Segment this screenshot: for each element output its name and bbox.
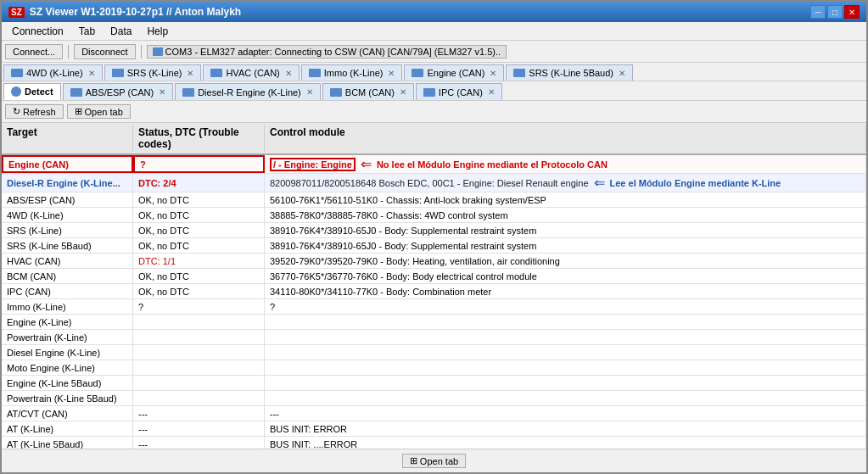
close-button[interactable]: ✕: [844, 5, 860, 19]
cell-target: Powertrain (K-Line): [2, 330, 133, 344]
table-row[interactable]: Powertrain (K-Line): [2, 330, 866, 345]
tabs-row2: Detect ABS/ESP (CAN) ✕ Diesel-R Engine (…: [2, 81, 866, 101]
table-row[interactable]: Diesel-R Engine (K-Line...DTC: 2/4820098…: [2, 174, 866, 192]
tab-engine-can-icon: [412, 69, 423, 77]
tab-diesel-r[interactable]: Diesel-R Engine (K-Line) ✕: [175, 83, 321, 100]
cell-target: Diesel Engine (K-Line): [2, 345, 133, 360]
tab-srs-kline[interactable]: SRS (K-Line) ✕: [104, 64, 202, 81]
title-bar: SZ SZ Viewer W1-2019-10-27p1 // Anton Ma…: [2, 2, 866, 22]
tab-abs[interactable]: ABS/ESP (CAN) ✕: [63, 83, 174, 100]
menu-tab[interactable]: Tab: [72, 24, 102, 39]
table-row[interactable]: SRS (K-Line)OK, no DTC38910-76K4*/38910-…: [2, 223, 866, 238]
cell-module: [265, 315, 866, 329]
cell-module: ---: [265, 406, 866, 421]
tab-immo[interactable]: Immo (K-Line) ✕: [301, 64, 403, 81]
table-row[interactable]: AT (K-Line 5Baud)---BUS INIT: ....ERROR: [2, 437, 866, 449]
table-row[interactable]: AT (K-Line)---BUS INIT: ERROR: [2, 421, 866, 437]
red-arrow-icon: ⇐: [361, 156, 372, 172]
app-logo: SZ: [8, 7, 25, 18]
tab-abs-close[interactable]: ✕: [159, 87, 165, 97]
action-bar: ↻ Refresh ⊞ Open tab: [2, 101, 866, 123]
table-row[interactable]: BCM (CAN)OK, no DTC36770-76K5*/36770-76K…: [2, 269, 866, 284]
open-tab-button-top[interactable]: ⊞ Open tab: [67, 104, 131, 119]
header-status: Status, DTC (Trouble codes): [133, 125, 265, 152]
tab-4wd-close[interactable]: ✕: [88, 69, 95, 78]
cell-status: OK, no DTC: [133, 223, 265, 237]
minimize-button[interactable]: ─: [810, 5, 826, 19]
table-row[interactable]: Moto Engine (K-Line): [2, 360, 866, 376]
table-row[interactable]: Powertrain (K-Line 5Baud): [2, 391, 866, 406]
cell-status: [133, 345, 265, 360]
tab-engine-can[interactable]: Engine (CAN) ✕: [404, 64, 504, 81]
cell-target: Powertrain (K-Line 5Baud): [2, 391, 133, 405]
connect-button[interactable]: Connect...: [5, 44, 63, 59]
table-row[interactable]: ABS/ESP (CAN)OK, no DTC56100-76K1*/56110…: [2, 192, 866, 208]
cell-module: BUS INIT: ERROR: [265, 421, 866, 436]
tab-bcm[interactable]: BCM (CAN) ✕: [322, 83, 414, 100]
table-row[interactable]: Engine (K-Line 5Baud): [2, 376, 866, 391]
annotation-text-blue: Lee el Módulo Engine mediante K-Line: [610, 178, 781, 188]
table-row[interactable]: Engine (CAN)?/ - Engine: Engine⇐No lee e…: [2, 155, 866, 174]
data-table: Target Status, DTC (Trouble codes) Contr…: [2, 123, 866, 449]
cell-status: [133, 391, 265, 405]
tab-srs-5baud[interactable]: SRS (K-Line 5Baud) ✕: [506, 64, 633, 81]
cell-module: ?: [265, 299, 866, 314]
cell-status: OK, no DTC: [133, 208, 265, 222]
tab-detect[interactable]: Detect: [3, 83, 61, 100]
table-header: Target Status, DTC (Trouble codes) Contr…: [2, 123, 866, 155]
tab-hvac-close[interactable]: ✕: [285, 69, 292, 78]
cell-target: ABS/ESP (CAN): [2, 192, 133, 207]
tab-diesel-r-close[interactable]: ✕: [306, 87, 313, 97]
cell-status: OK, no DTC: [133, 192, 265, 207]
tab-bcm-close[interactable]: ✕: [400, 87, 406, 97]
tab-immo-close[interactable]: ✕: [388, 69, 395, 78]
disconnect-button[interactable]: Disconnect: [74, 44, 135, 59]
tab-engine-can-close[interactable]: ✕: [490, 69, 496, 78]
cell-module: [265, 376, 866, 390]
module-text: / - Engine: Engine: [270, 158, 356, 171]
maximize-button[interactable]: □: [827, 5, 843, 19]
cell-target: SRS (K-Line 5Baud): [2, 238, 133, 253]
tab-bcm-icon: [330, 88, 342, 97]
cell-status: [133, 360, 265, 375]
tab-ipc[interactable]: IPC (CAN) ✕: [416, 83, 502, 100]
cell-module: 36770-76K5*/36770-76K0 - Body: Body elec…: [265, 269, 866, 283]
menu-help[interactable]: Help: [140, 24, 175, 39]
tab-srs-kline-close[interactable]: ✕: [187, 69, 193, 78]
cell-status: [133, 315, 265, 329]
table-row[interactable]: Engine (K-Line): [2, 315, 866, 330]
table-row[interactable]: IPC (CAN)OK, no DTC34110-80K0*/34110-77K…: [2, 284, 866, 299]
cell-target: AT (K-Line 5Baud): [2, 437, 133, 449]
open-tab-icon-bottom: ⊞: [410, 455, 417, 466]
toolbar-separator: [68, 45, 69, 59]
menu-connection[interactable]: Connection: [5, 24, 70, 39]
open-tab-icon-top: ⊞: [75, 106, 82, 117]
cell-status: ---: [133, 406, 265, 421]
table-row[interactable]: Diesel Engine (K-Line): [2, 345, 866, 360]
refresh-button[interactable]: ↻ Refresh: [5, 104, 64, 119]
menu-data[interactable]: Data: [104, 24, 138, 39]
tab-4wd[interactable]: 4WD (K-Line) ✕: [3, 64, 103, 81]
table-row[interactable]: AT/CVT (CAN)------: [2, 406, 866, 421]
cell-status: DTC: 1/1: [133, 254, 265, 268]
open-tab-button-bottom[interactable]: ⊞ Open tab: [402, 454, 466, 468]
table-row[interactable]: 4WD (K-Line)OK, no DTC38885-78K0*/38885-…: [2, 208, 866, 223]
adapter-status: COM3 - ELM327 adapter: Connecting to CSW…: [147, 45, 507, 59]
cell-target: HVAC (CAN): [2, 254, 133, 268]
tab-ipc-close[interactable]: ✕: [488, 87, 495, 97]
blue-arrow-icon: ⇐: [594, 175, 605, 191]
cell-target: Engine (K-Line): [2, 315, 133, 329]
bottom-bar: ⊞ Open tab: [2, 449, 866, 472]
table-row[interactable]: HVAC (CAN)DTC: 1/139520-79K0*/39520-79K0…: [2, 254, 866, 269]
cell-target: Moto Engine (K-Line): [2, 360, 133, 375]
cell-target: SRS (K-Line): [2, 223, 133, 237]
cell-target: AT (K-Line): [2, 421, 133, 436]
table-row[interactable]: SRS (K-Line 5Baud)OK, no DTC38910-76K4*/…: [2, 238, 866, 254]
tab-hvac[interactable]: HVAC (CAN) ✕: [203, 64, 299, 81]
cell-status: [133, 376, 265, 390]
cell-module: / - Engine: Engine⇐No lee el Módulo Engi…: [265, 155, 866, 173]
table-row[interactable]: Immo (K-Line)??: [2, 299, 866, 315]
cell-target: Engine (K-Line 5Baud): [2, 376, 133, 390]
tab-srs-5baud-close[interactable]: ✕: [619, 69, 625, 78]
cell-status: [133, 330, 265, 344]
